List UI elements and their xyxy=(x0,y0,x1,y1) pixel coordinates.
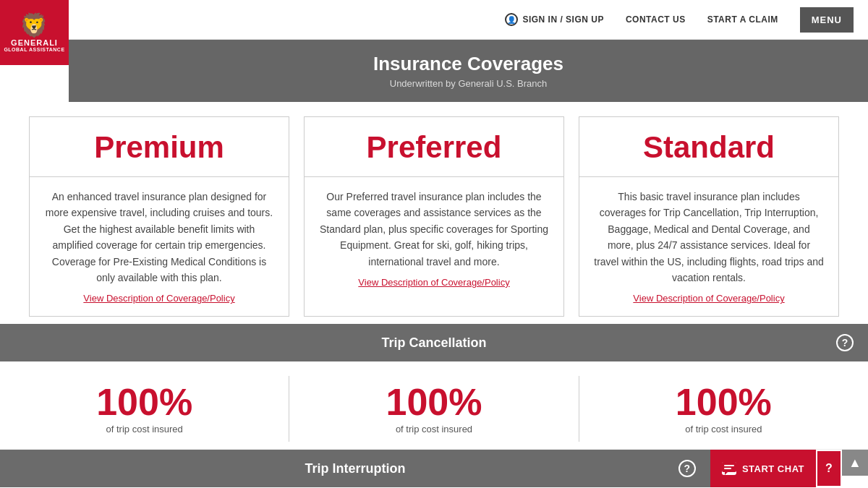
coverage-label-premium: of trip cost insured xyxy=(14,424,274,435)
scroll-up-button[interactable]: ▲ xyxy=(842,450,868,476)
logo[interactable]: 🦁 GENERALI GLOBAL ASSISTANCE xyxy=(0,0,69,65)
plan-title-standard: Standard xyxy=(587,130,831,165)
chat-bubble-icon xyxy=(722,462,736,475)
logo-lion-icon: 🦁 xyxy=(20,14,49,37)
coverage-value-preferred: 100% xyxy=(304,383,563,421)
bottom-actions: START CHAT ? ▲ xyxy=(710,450,868,487)
coverage-cell-standard: 100% of trip cost insured xyxy=(579,376,868,442)
plan-description-standard: This basic travel insurance plan include… xyxy=(579,177,838,291)
plans-row: Premium An enhanced travel insurance pla… xyxy=(0,102,868,324)
plan-header-premium: Premium xyxy=(30,117,289,177)
page-title: Insurance Coverages xyxy=(69,53,868,75)
plan-card-premium: Premium An enhanced travel insurance pla… xyxy=(29,116,289,317)
page-subtitle: Underwritten by Generali U.S. Branch xyxy=(69,78,868,89)
trip-interruption-row: Trip Interruption ? START CHAT ? ▲ xyxy=(0,450,868,487)
plan-link-premium[interactable]: View Description of Coverage/Policy xyxy=(83,293,234,304)
svg-marker-1 xyxy=(725,472,728,475)
coverage-cell-premium: 100% of trip cost insured xyxy=(0,376,289,442)
start-claim-link[interactable]: START A CLAIM xyxy=(707,14,778,25)
svg-rect-0 xyxy=(722,462,736,472)
trip-interruption-title: Trip Interruption xyxy=(32,461,678,476)
chat-info-icon[interactable]: ? xyxy=(816,450,842,487)
plan-link-preferred[interactable]: View Description of Coverage/Policy xyxy=(358,277,509,288)
plan-description-preferred: Our Preferred travel insurance plan incl… xyxy=(305,177,563,275)
plan-header-standard: Standard xyxy=(579,117,838,177)
header-navigation: 👤 SIGN IN / SIGN UP CONTACT US START A C… xyxy=(505,7,854,33)
coverage-value-premium: 100% xyxy=(14,383,274,421)
svg-rect-2 xyxy=(724,465,734,466)
sign-in-label: SIGN IN / SIGN UP xyxy=(522,14,604,25)
plan-link-standard[interactable]: View Description of Coverage/Policy xyxy=(633,293,784,304)
start-chat-label: START CHAT xyxy=(742,463,804,474)
page-header-band: Insurance Coverages Underwritten by Gene… xyxy=(69,40,868,102)
logo-global-text: GLOBAL ASSISTANCE xyxy=(4,47,64,52)
trip-interruption-info-icon[interactable]: ? xyxy=(678,460,696,477)
start-chat-button[interactable]: START CHAT xyxy=(710,450,816,487)
plan-title-preferred: Preferred xyxy=(312,130,556,165)
coverage-value-standard: 100% xyxy=(594,383,854,421)
menu-button[interactable]: MENU xyxy=(800,7,854,33)
plan-header-preferred: Preferred xyxy=(305,117,563,177)
user-icon: 👤 xyxy=(505,13,518,26)
plan-card-standard: Standard This basic travel insurance pla… xyxy=(579,116,839,317)
sign-in-button[interactable]: 👤 SIGN IN / SIGN UP xyxy=(505,13,604,26)
logo-generali-text: GENERALI xyxy=(11,38,58,47)
trip-cancellation-title: Trip Cancellation xyxy=(32,335,836,351)
coverage-label-standard: of trip cost insured xyxy=(594,424,854,435)
plan-title-premium: Premium xyxy=(37,130,281,165)
plan-card-preferred: Preferred Our Preferred travel insurance… xyxy=(304,116,564,317)
trip-cancellation-section-bar: Trip Cancellation ? xyxy=(0,324,868,361)
coverage-label-preferred: of trip cost insured xyxy=(304,424,563,435)
plan-description-premium: An enhanced travel insurance plan design… xyxy=(30,177,289,291)
trip-interruption-section-bar: Trip Interruption ? xyxy=(0,450,710,487)
trip-cancellation-values-row: 100% of trip cost insured 100% of trip c… xyxy=(0,361,868,450)
svg-rect-3 xyxy=(724,468,731,469)
header: 🦁 GENERALI GLOBAL ASSISTANCE 👤 SIGN IN /… xyxy=(0,0,868,40)
contact-us-link[interactable]: CONTACT US xyxy=(626,14,686,25)
coverage-cell-preferred: 100% of trip cost insured xyxy=(289,376,578,442)
trip-cancellation-info-icon[interactable]: ? xyxy=(836,334,854,351)
